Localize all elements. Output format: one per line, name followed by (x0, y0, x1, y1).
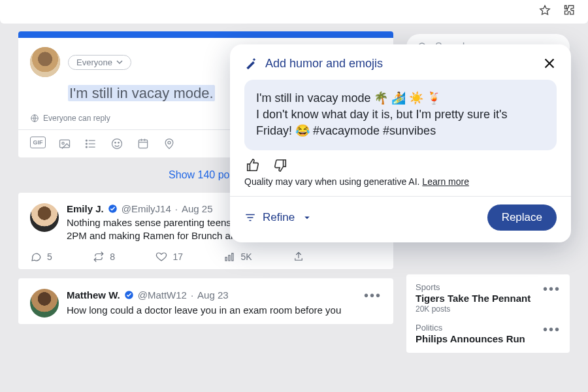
trend-item[interactable]: Sports Tigers Take The Pennant 20K posts… (416, 282, 561, 314)
svg-point-8 (118, 142, 120, 144)
repost-button[interactable]: 8 (93, 251, 115, 263)
svg-rect-9 (139, 140, 147, 148)
filter-icon (244, 212, 256, 223)
close-icon[interactable] (542, 56, 557, 71)
trends-card: Sports Tigers Take The Pennant 20K posts… (406, 274, 570, 353)
trend-more-icon[interactable]: ••• (543, 282, 561, 295)
svg-point-4 (86, 143, 87, 144)
post-avatar[interactable] (30, 289, 59, 318)
trend-more-icon[interactable]: ••• (543, 323, 561, 336)
popover-title: Add humor and emojis (265, 57, 534, 71)
browser-toolbar (0, 0, 588, 24)
svg-point-2 (62, 142, 64, 144)
extensions-puzzle-icon[interactable] (563, 4, 576, 20)
thumbs-down-icon[interactable] (273, 158, 287, 172)
image-button[interactable] (57, 137, 72, 151)
svg-rect-14 (232, 253, 233, 260)
composer-draft-text: I'm still in vacay mode. (68, 85, 215, 101)
ai-suggestion-popover: Add humor and emojis I'm still in vacay … (230, 44, 571, 242)
ai-disclaimer: Quality may vary when using generative A… (244, 176, 557, 187)
svg-point-3 (86, 140, 87, 141)
post-author-handle[interactable]: @EmilyJ14 (122, 203, 171, 214)
post-date: Aug 23 (197, 289, 229, 301)
globe-icon (30, 114, 39, 123)
svg-point-6 (112, 139, 122, 149)
ai-suggestion-text: I'm still in vacay mode 🌴 🏄 ☀️ 🍹 I don't… (244, 80, 557, 150)
post-body: How long could a doctor leave you in an … (67, 304, 382, 317)
magic-wand-icon (244, 57, 257, 70)
post-more-icon[interactable]: ••• (364, 289, 382, 302)
comment-button[interactable]: 5 (30, 251, 52, 263)
thumbs-up-icon[interactable] (246, 158, 260, 172)
caret-down-icon (301, 212, 313, 223)
trend-item[interactable]: Politics Philips Announces Run ••• (416, 323, 561, 345)
svg-rect-13 (229, 255, 230, 260)
replace-button[interactable]: Replace (487, 204, 557, 231)
post-date: Aug 25 (182, 203, 213, 214)
user-avatar[interactable] (30, 47, 60, 77)
schedule-button[interactable] (136, 137, 150, 151)
post-avatar[interactable] (30, 203, 59, 232)
audience-label: Everyone (76, 57, 112, 67)
post-author-name[interactable]: Matthew W. (67, 289, 120, 301)
refine-button[interactable]: Refine (244, 211, 313, 224)
post-author-name[interactable]: Emily J. (67, 203, 104, 214)
share-button[interactable] (293, 251, 304, 263)
svg-point-10 (168, 141, 171, 144)
list-button[interactable] (84, 137, 98, 151)
bookmark-star-icon[interactable] (538, 4, 551, 20)
svg-rect-12 (225, 257, 227, 260)
verified-badge-icon (124, 290, 134, 300)
views-button[interactable]: 5K (223, 251, 252, 263)
location-button[interactable] (162, 137, 176, 151)
composer-accent-bar (18, 31, 393, 38)
chevron-down-icon (116, 59, 123, 65)
verified-badge-icon (108, 204, 118, 214)
emoji-button[interactable] (110, 137, 124, 151)
audience-selector[interactable]: Everyone (68, 55, 131, 70)
feed-post: Matthew W. @MattW12 · Aug 23 ••• How lon… (18, 278, 393, 324)
reply-scope-label: Everyone can reply (43, 114, 110, 123)
svg-point-7 (115, 142, 116, 144)
like-button[interactable]: 17 (155, 251, 183, 263)
learn-more-link[interactable]: Learn more (422, 176, 469, 187)
gif-button[interactable]: GIF (30, 137, 46, 148)
svg-point-5 (86, 146, 87, 148)
post-author-handle[interactable]: @MattW12 (138, 289, 187, 301)
